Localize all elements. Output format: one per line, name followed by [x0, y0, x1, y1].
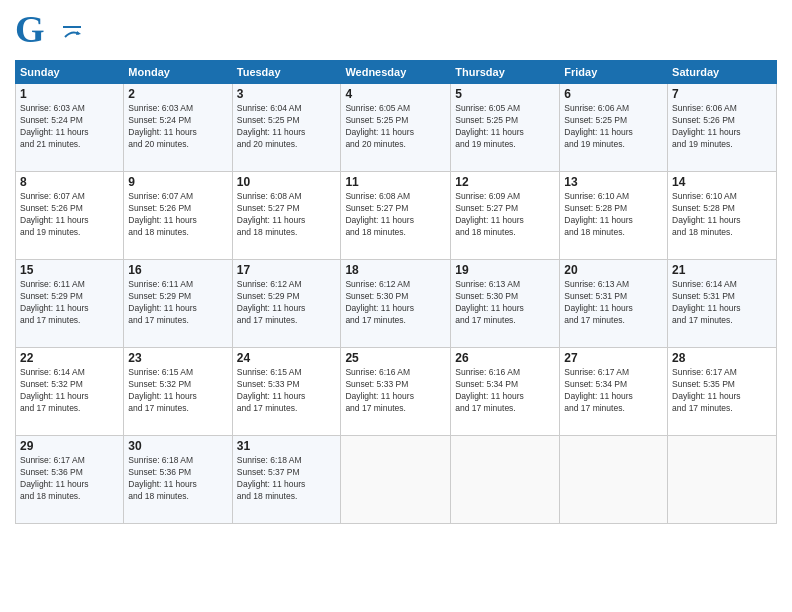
day-info: Sunrise: 6:14 AMSunset: 5:31 PMDaylight:… [672, 279, 772, 327]
day-info: Sunrise: 6:11 AMSunset: 5:29 PMDaylight:… [128, 279, 227, 327]
day-number: 23 [128, 351, 227, 365]
day-number: 16 [128, 263, 227, 277]
day-number: 1 [20, 87, 119, 101]
day-info: Sunrise: 6:13 AMSunset: 5:31 PMDaylight:… [564, 279, 663, 327]
day-info: Sunrise: 6:05 AMSunset: 5:25 PMDaylight:… [345, 103, 446, 151]
day-info: Sunrise: 6:16 AMSunset: 5:33 PMDaylight:… [345, 367, 446, 415]
col-monday: Monday [124, 61, 232, 84]
day-info: Sunrise: 6:17 AMSunset: 5:34 PMDaylight:… [564, 367, 663, 415]
day-info: Sunrise: 6:07 AMSunset: 5:26 PMDaylight:… [128, 191, 227, 239]
day-info: Sunrise: 6:12 AMSunset: 5:29 PMDaylight:… [237, 279, 337, 327]
day-number: 20 [564, 263, 663, 277]
day-info: Sunrise: 6:13 AMSunset: 5:30 PMDaylight:… [455, 279, 555, 327]
day-info: Sunrise: 6:07 AMSunset: 5:26 PMDaylight:… [20, 191, 119, 239]
table-row: 18Sunrise: 6:12 AMSunset: 5:30 PMDayligh… [341, 260, 451, 348]
table-row: 27Sunrise: 6:17 AMSunset: 5:34 PMDayligh… [560, 348, 668, 436]
page: G Sunday Mond [0, 0, 792, 612]
day-info: Sunrise: 6:06 AMSunset: 5:26 PMDaylight:… [672, 103, 772, 151]
table-row: 21Sunrise: 6:14 AMSunset: 5:31 PMDayligh… [668, 260, 777, 348]
table-row: 9Sunrise: 6:07 AMSunset: 5:26 PMDaylight… [124, 172, 232, 260]
col-tuesday: Tuesday [232, 61, 341, 84]
table-row: 1Sunrise: 6:03 AMSunset: 5:24 PMDaylight… [16, 84, 124, 172]
table-row [451, 436, 560, 524]
day-number: 7 [672, 87, 772, 101]
day-number: 5 [455, 87, 555, 101]
table-row: 23Sunrise: 6:15 AMSunset: 5:32 PMDayligh… [124, 348, 232, 436]
day-number: 8 [20, 175, 119, 189]
day-info: Sunrise: 6:18 AMSunset: 5:37 PMDaylight:… [237, 455, 337, 503]
day-number: 3 [237, 87, 337, 101]
logo-swoosh [63, 29, 81, 39]
day-info: Sunrise: 6:16 AMSunset: 5:34 PMDaylight:… [455, 367, 555, 415]
table-row: 4Sunrise: 6:05 AMSunset: 5:25 PMDaylight… [341, 84, 451, 172]
header: G [15, 10, 777, 54]
col-friday: Friday [560, 61, 668, 84]
day-number: 31 [237, 439, 337, 453]
day-number: 29 [20, 439, 119, 453]
week-row-5: 29Sunrise: 6:17 AMSunset: 5:36 PMDayligh… [16, 436, 777, 524]
day-info: Sunrise: 6:05 AMSunset: 5:25 PMDaylight:… [455, 103, 555, 151]
day-info: Sunrise: 6:10 AMSunset: 5:28 PMDaylight:… [672, 191, 772, 239]
day-info: Sunrise: 6:08 AMSunset: 5:27 PMDaylight:… [345, 191, 446, 239]
col-thursday: Thursday [451, 61, 560, 84]
table-row: 22Sunrise: 6:14 AMSunset: 5:32 PMDayligh… [16, 348, 124, 436]
day-info: Sunrise: 6:08 AMSunset: 5:27 PMDaylight:… [237, 191, 337, 239]
table-row [668, 436, 777, 524]
day-number: 25 [345, 351, 446, 365]
table-row: 11Sunrise: 6:08 AMSunset: 5:27 PMDayligh… [341, 172, 451, 260]
col-saturday: Saturday [668, 61, 777, 84]
logo-icon: G [15, 10, 59, 54]
table-row: 25Sunrise: 6:16 AMSunset: 5:33 PMDayligh… [341, 348, 451, 436]
day-number: 14 [672, 175, 772, 189]
day-number: 26 [455, 351, 555, 365]
day-info: Sunrise: 6:03 AMSunset: 5:24 PMDaylight:… [20, 103, 119, 151]
day-number: 10 [237, 175, 337, 189]
day-info: Sunrise: 6:17 AMSunset: 5:36 PMDaylight:… [20, 455, 119, 503]
svg-text:G: G [15, 10, 45, 50]
day-info: Sunrise: 6:10 AMSunset: 5:28 PMDaylight:… [564, 191, 663, 239]
table-row: 6Sunrise: 6:06 AMSunset: 5:25 PMDaylight… [560, 84, 668, 172]
day-number: 2 [128, 87, 227, 101]
table-row: 12Sunrise: 6:09 AMSunset: 5:27 PMDayligh… [451, 172, 560, 260]
day-number: 27 [564, 351, 663, 365]
day-number: 17 [237, 263, 337, 277]
day-number: 30 [128, 439, 227, 453]
table-row: 8Sunrise: 6:07 AMSunset: 5:26 PMDaylight… [16, 172, 124, 260]
week-row-1: 1Sunrise: 6:03 AMSunset: 5:24 PMDaylight… [16, 84, 777, 172]
day-number: 22 [20, 351, 119, 365]
table-row: 19Sunrise: 6:13 AMSunset: 5:30 PMDayligh… [451, 260, 560, 348]
week-row-4: 22Sunrise: 6:14 AMSunset: 5:32 PMDayligh… [16, 348, 777, 436]
table-row: 14Sunrise: 6:10 AMSunset: 5:28 PMDayligh… [668, 172, 777, 260]
table-row: 13Sunrise: 6:10 AMSunset: 5:28 PMDayligh… [560, 172, 668, 260]
col-sunday: Sunday [16, 61, 124, 84]
day-number: 21 [672, 263, 772, 277]
table-row: 20Sunrise: 6:13 AMSunset: 5:31 PMDayligh… [560, 260, 668, 348]
svg-marker-1 [76, 31, 81, 35]
table-row: 26Sunrise: 6:16 AMSunset: 5:34 PMDayligh… [451, 348, 560, 436]
table-row: 2Sunrise: 6:03 AMSunset: 5:24 PMDaylight… [124, 84, 232, 172]
table-row: 28Sunrise: 6:17 AMSunset: 5:35 PMDayligh… [668, 348, 777, 436]
day-info: Sunrise: 6:06 AMSunset: 5:25 PMDaylight:… [564, 103, 663, 151]
table-row: 17Sunrise: 6:12 AMSunset: 5:29 PMDayligh… [232, 260, 341, 348]
day-number: 18 [345, 263, 446, 277]
day-info: Sunrise: 6:15 AMSunset: 5:33 PMDaylight:… [237, 367, 337, 415]
day-info: Sunrise: 6:03 AMSunset: 5:24 PMDaylight:… [128, 103, 227, 151]
table-row [341, 436, 451, 524]
day-number: 19 [455, 263, 555, 277]
calendar-table: Sunday Monday Tuesday Wednesday Thursday… [15, 60, 777, 524]
day-number: 6 [564, 87, 663, 101]
week-row-3: 15Sunrise: 6:11 AMSunset: 5:29 PMDayligh… [16, 260, 777, 348]
logo: G [15, 10, 81, 54]
day-info: Sunrise: 6:15 AMSunset: 5:32 PMDaylight:… [128, 367, 227, 415]
day-info: Sunrise: 6:09 AMSunset: 5:27 PMDaylight:… [455, 191, 555, 239]
day-number: 13 [564, 175, 663, 189]
table-row: 24Sunrise: 6:15 AMSunset: 5:33 PMDayligh… [232, 348, 341, 436]
day-info: Sunrise: 6:04 AMSunset: 5:25 PMDaylight:… [237, 103, 337, 151]
day-info: Sunrise: 6:11 AMSunset: 5:29 PMDaylight:… [20, 279, 119, 327]
col-wednesday: Wednesday [341, 61, 451, 84]
table-row: 31Sunrise: 6:18 AMSunset: 5:37 PMDayligh… [232, 436, 341, 524]
day-info: Sunrise: 6:14 AMSunset: 5:32 PMDaylight:… [20, 367, 119, 415]
logo-text-block [63, 25, 81, 39]
week-row-2: 8Sunrise: 6:07 AMSunset: 5:26 PMDaylight… [16, 172, 777, 260]
day-number: 24 [237, 351, 337, 365]
